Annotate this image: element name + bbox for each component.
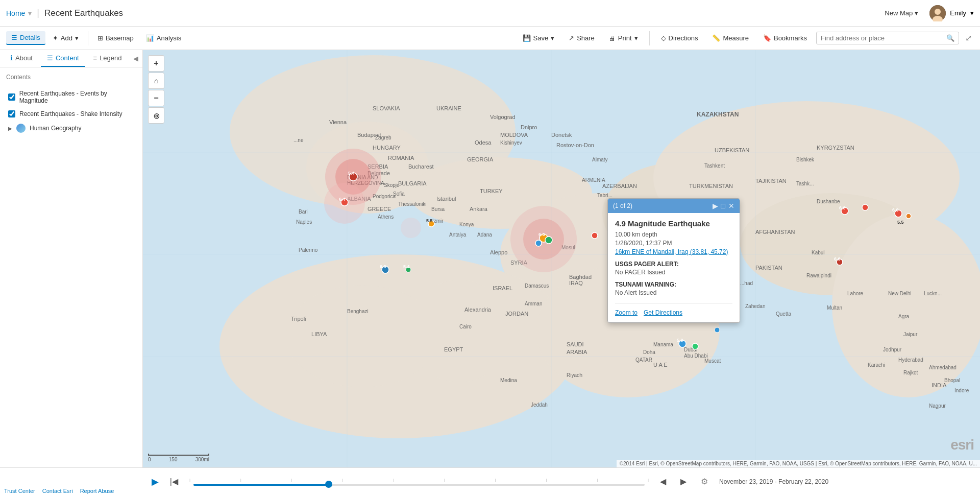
svg-point-15 bbox=[408, 280, 510, 382]
earthquake-popup: (1 of 2) ▶ □ ✕ 4.9 Magnitude Earthquake … bbox=[607, 198, 740, 323]
popup-next-button[interactable]: ▶ bbox=[713, 202, 718, 210]
svg-text:Kishinyev: Kishinyev bbox=[500, 140, 522, 146]
share-button[interactable]: ↗ Share bbox=[564, 32, 600, 44]
content-label: Content bbox=[56, 54, 79, 62]
svg-text:TAJIKISTAN: TAJIKISTAN bbox=[755, 178, 787, 184]
svg-text:Adana: Adana bbox=[477, 232, 492, 238]
list-item[interactable]: Recent Earthquakes - Shake Intensity bbox=[6, 107, 136, 121]
timeline-thumb[interactable] bbox=[325, 481, 332, 488]
user-menu[interactable]: Emily ▾ bbox=[929, 5, 974, 21]
user-avatar-icon bbox=[929, 5, 946, 21]
search-input[interactable] bbox=[821, 34, 943, 42]
locate-icon: ◎ bbox=[154, 112, 159, 120]
timeline-play-button[interactable]: ▶ bbox=[152, 476, 159, 487]
svg-text:JORDAN: JORDAN bbox=[505, 311, 528, 317]
layer1-label: Recent Earthquakes - Events by Magnitude bbox=[19, 90, 134, 104]
layer2-checkbox[interactable] bbox=[8, 110, 15, 117]
bookmarks-label: Bookmarks bbox=[774, 34, 807, 42]
print-button[interactable]: 🖨 Print ▾ bbox=[604, 32, 643, 44]
group-expand-icon: ▶ bbox=[8, 126, 12, 131]
timeline-prev-button[interactable]: ◀ bbox=[657, 475, 669, 488]
list-item[interactable]: ▶ Human Geography bbox=[6, 121, 136, 136]
layer1-checkbox[interactable] bbox=[8, 93, 15, 101]
timeline-next-button[interactable]: ▶ bbox=[677, 475, 690, 488]
svg-text:Tashkent: Tashkent bbox=[704, 163, 725, 169]
globe-icon bbox=[16, 124, 26, 133]
svg-text:Bucharest: Bucharest bbox=[408, 163, 434, 170]
zoom-to-link[interactable]: Zoom to bbox=[615, 309, 638, 316]
measure-icon: 📏 bbox=[712, 34, 720, 42]
svg-text:Rajkot: Rajkot bbox=[903, 370, 918, 375]
svg-text:GEORGIA: GEORGIA bbox=[467, 156, 494, 162]
svg-text:SAUDI: SAUDI bbox=[567, 341, 584, 347]
tab-content[interactable]: ☰ Content bbox=[41, 50, 85, 67]
details-button[interactable]: ☰ Details bbox=[6, 31, 45, 45]
toolbar-right: 💾 Save ▾ ↗ Share 🖨 Print ▾ ◇ Directions … bbox=[518, 31, 974, 45]
svg-text:Ankara: Ankara bbox=[470, 206, 488, 212]
svg-text:Rawalpindi: Rawalpindi bbox=[806, 273, 831, 278]
share-label: Share bbox=[577, 34, 595, 42]
svg-text:Jodhpur: Jodhpur bbox=[883, 347, 902, 352]
svg-text:...ne: ...ne bbox=[293, 137, 304, 143]
map-area[interactable]: Vienna Budapest SLOVAKIA UKRAINE Volgogr… bbox=[143, 50, 980, 467]
scale-line bbox=[148, 454, 209, 456]
svg-text:Skopje: Skopje bbox=[384, 182, 400, 188]
get-directions-link[interactable]: Get Directions bbox=[644, 309, 682, 316]
expand-button[interactable]: ⤢ bbox=[963, 31, 974, 45]
trust-center-link[interactable]: Trust Center bbox=[4, 488, 35, 494]
timeline-track-area[interactable]: | | | | | | | | | | bbox=[189, 478, 649, 486]
print-label: Print bbox=[618, 34, 632, 42]
svg-text:ROMANIA: ROMANIA bbox=[388, 155, 414, 161]
popup-expand-button[interactable]: □ bbox=[721, 202, 725, 210]
svg-text:Jaipur: Jaipur bbox=[903, 332, 918, 337]
search-icon[interactable]: 🔍 bbox=[946, 34, 954, 42]
timeline-track[interactable] bbox=[193, 484, 645, 486]
home-button[interactable]: ⌂ bbox=[148, 73, 164, 89]
popup-header: (1 of 2) ▶ □ ✕ bbox=[608, 199, 740, 213]
bookmarks-button[interactable]: 🔖 Bookmarks bbox=[758, 32, 812, 44]
zoom-in-button[interactable]: + bbox=[148, 55, 164, 72]
analysis-button[interactable]: 📊 Analysis bbox=[141, 32, 186, 44]
save-button[interactable]: 💾 Save ▾ bbox=[518, 32, 560, 44]
nav-left: Home ▾ | Recent Earthquakes bbox=[6, 8, 123, 18]
svg-text:KYRGYZSTAN: KYRGYZSTAN bbox=[817, 145, 854, 151]
new-map-label: New Map bbox=[885, 9, 913, 17]
locate-button[interactable]: ◎ bbox=[148, 107, 164, 124]
collapse-panel-button[interactable]: ◀ bbox=[130, 50, 141, 67]
search-box[interactable]: 🔍 bbox=[816, 32, 959, 44]
popup-location-link[interactable]: 16km ENE of Mandali, Iraq (33.81, 45.72) bbox=[615, 248, 732, 255]
popup-close-button[interactable]: ✕ bbox=[728, 202, 734, 210]
basemap-button[interactable]: ⊞ Basemap bbox=[92, 32, 139, 44]
avatar bbox=[929, 5, 946, 21]
svg-text:Bishkek: Bishkek bbox=[796, 157, 815, 162]
svg-text:ISRAEL: ISRAEL bbox=[493, 285, 512, 291]
contact-esri-link[interactable]: Contact Esri bbox=[42, 488, 73, 494]
svg-text:Luckn...: Luckn... bbox=[924, 291, 942, 296]
home-label[interactable]: Home bbox=[6, 9, 25, 17]
svg-text:Bhopal: Bhopal bbox=[944, 378, 960, 383]
popup-actions: Zoom to Get Directions bbox=[615, 303, 732, 316]
svg-point-147 bbox=[862, 204, 868, 210]
svg-text:Alexandria: Alexandria bbox=[464, 307, 492, 313]
tab-about[interactable]: ℹ About bbox=[4, 50, 39, 67]
new-map-button[interactable]: New Map ▾ bbox=[881, 7, 921, 19]
svg-text:Quetta: Quetta bbox=[776, 311, 791, 317]
map-controls: + ⌂ − ◎ bbox=[148, 55, 164, 124]
svg-text:Antalya: Antalya bbox=[449, 232, 467, 238]
tab-legend[interactable]: ≡ Legend bbox=[87, 50, 128, 67]
svg-text:Lahore: Lahore bbox=[847, 291, 864, 296]
scale-start: 0 bbox=[148, 457, 151, 462]
side-panel: ℹ About ☰ Content ≡ Legend ◀ Contents Re… bbox=[0, 50, 143, 467]
timeline-start-button[interactable]: |◀ bbox=[167, 475, 181, 488]
zoom-out-button[interactable]: − bbox=[148, 90, 164, 106]
report-abuse-link[interactable]: Report Abuse bbox=[80, 488, 114, 494]
home-link[interactable]: Home ▾ bbox=[6, 9, 32, 17]
timeline-settings-button[interactable]: ⚙ bbox=[698, 475, 711, 488]
scale-mid: 150 bbox=[169, 457, 178, 462]
add-button[interactable]: ✦ Add ▾ bbox=[47, 32, 84, 44]
svg-text:HUNGARY: HUNGARY bbox=[373, 145, 401, 151]
measure-button[interactable]: 📏 Measure bbox=[707, 32, 754, 44]
list-item[interactable]: Recent Earthquakes - Events by Magnitude bbox=[6, 87, 136, 107]
contents-title: Contents bbox=[6, 72, 136, 83]
directions-button[interactable]: ◇ Directions bbox=[656, 32, 703, 44]
